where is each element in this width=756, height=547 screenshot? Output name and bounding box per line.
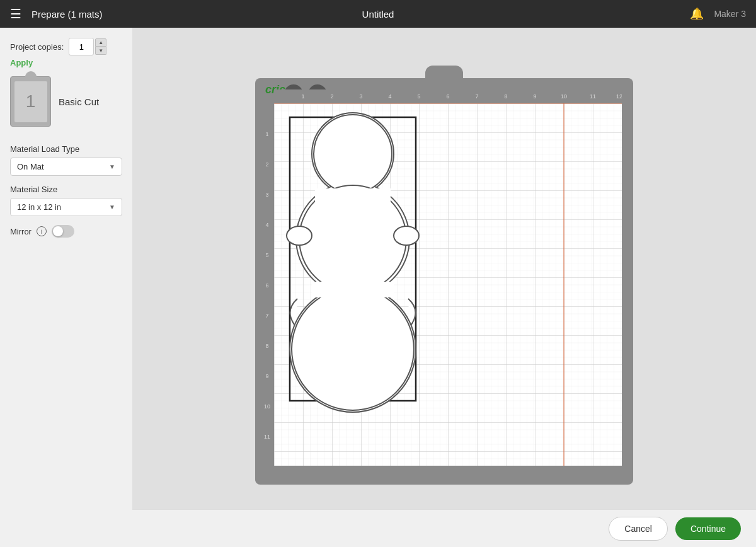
svg-text:7: 7 <box>475 93 478 100</box>
svg-point-17 <box>292 288 414 410</box>
svg-text:3: 3 <box>359 93 362 100</box>
mat-canvas: cricut ••• ↻ // numbers rendered via SVG… <box>255 78 633 485</box>
mat-top-hanger <box>425 66 463 79</box>
copies-input-group: ▲ ▼ <box>69 38 106 55</box>
svg-point-15 <box>394 226 419 245</box>
svg-point-11 <box>314 115 392 193</box>
footer-bar: Cancel Continue <box>132 509 756 547</box>
svg-text:3: 3 <box>265 192 268 198</box>
material-size-dropdown[interactable]: 12 in x 12 in ▼ <box>10 198 122 216</box>
mirror-toggle[interactable] <box>52 225 74 238</box>
svg-text:9: 9 <box>533 93 536 100</box>
left-panel: Project copies: ▲ ▼ Apply 1 Basic Cut Ma… <box>0 28 132 547</box>
copies-up-arrow[interactable]: ▲ <box>95 38 106 47</box>
copies-arrows: ▲ ▼ <box>95 38 106 55</box>
ruler-numbers-left: 1 2 3 4 5 6 7 8 9 10 11 <box>260 103 274 466</box>
svg-rect-18 <box>315 188 391 204</box>
continue-button[interactable]: Continue <box>675 517 741 540</box>
menu-icon[interactable]: ☰ <box>10 6 21 21</box>
svg-point-14 <box>287 226 312 245</box>
main-content: cricut ••• ↻ // numbers rendered via SVG… <box>132 28 756 547</box>
ruler-bottom <box>274 466 622 480</box>
svg-text:10: 10 <box>264 403 270 410</box>
document-title: Untitled <box>362 9 394 20</box>
svg-text:1: 1 <box>265 131 268 137</box>
svg-text:8: 8 <box>504 93 507 100</box>
mirror-row: Mirror i <box>10 225 122 238</box>
mirror-label: Mirror <box>10 227 32 236</box>
cancel-button[interactable]: Cancel <box>609 517 668 541</box>
header-right: 🔔 Maker 3 <box>690 7 746 21</box>
header-title: Prepare (1 mats) <box>32 9 103 20</box>
svg-text:7: 7 <box>265 313 268 319</box>
svg-text:5: 5 <box>265 252 268 258</box>
svg-text:12: 12 <box>616 93 622 100</box>
mat-number: 1 <box>26 91 36 112</box>
machine-name: Maker 3 <box>714 9 746 19</box>
svg-text:11: 11 <box>264 434 270 440</box>
material-load-value: On Mat <box>17 162 44 171</box>
copies-input[interactable] <box>69 38 94 55</box>
toggle-knob <box>53 226 63 236</box>
project-copies-label: Project copies: <box>10 42 64 52</box>
mat-thumbnail[interactable]: 1 <box>10 76 51 127</box>
svg-text:9: 9 <box>265 373 268 379</box>
bell-icon[interactable]: 🔔 <box>690 7 704 21</box>
svg-text:1: 1 <box>301 93 304 100</box>
basic-cut-label: Basic Cut <box>59 96 99 107</box>
svg-text:6: 6 <box>446 93 449 100</box>
svg-text:4: 4 <box>388 93 391 100</box>
material-size-label: Material Size <box>10 185 122 194</box>
ruler-numbers-top: 1 2 3 4 5 6 7 8 9 10 11 12 <box>274 89 622 103</box>
mat-hanger <box>25 71 37 78</box>
info-icon[interactable]: i <box>37 226 47 236</box>
apply-button[interactable]: Apply <box>10 58 33 67</box>
svg-text:2: 2 <box>265 161 268 168</box>
svg-text:4: 4 <box>265 222 268 228</box>
chevron-down-icon: ▼ <box>109 163 115 170</box>
mat-thumb-inner: 1 <box>14 81 47 122</box>
svg-text:10: 10 <box>561 93 567 100</box>
project-copies-row: Project copies: ▲ ▼ <box>10 38 122 55</box>
svg-text:8: 8 <box>265 343 268 349</box>
material-load-dropdown[interactable]: On Mat ▼ <box>10 158 122 176</box>
header: ☰ Prepare (1 mats) Untitled 🔔 Maker 3 <box>0 0 756 28</box>
material-load-label: Material Load Type <box>10 144 122 154</box>
svg-text:2: 2 <box>330 93 333 100</box>
copies-down-arrow[interactable]: ▼ <box>95 47 106 55</box>
svg-text:11: 11 <box>590 93 596 100</box>
chevron-down-icon-2: ▼ <box>109 204 115 210</box>
mat-preview-row: 1 Basic Cut <box>10 76 122 134</box>
material-size-value: 12 in x 12 in <box>17 202 61 212</box>
svg-text:6: 6 <box>265 282 268 289</box>
svg-text:5: 5 <box>417 93 420 100</box>
svg-rect-19 <box>312 282 394 297</box>
mat-grid: 1 <box>274 103 622 466</box>
grid-area: 1 <box>274 103 622 466</box>
ruler-right <box>622 103 633 466</box>
